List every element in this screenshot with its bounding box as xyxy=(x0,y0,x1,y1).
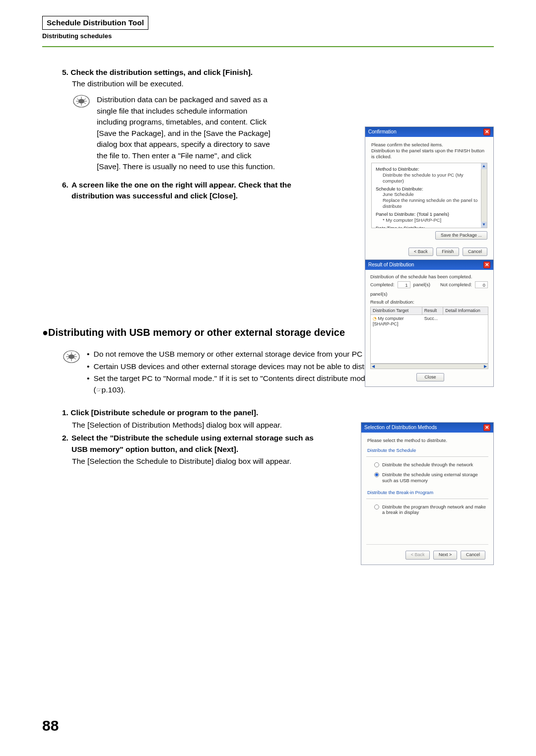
th-detail: Detail Information xyxy=(443,307,488,315)
panels-label: panel(s) xyxy=(413,282,430,288)
panel-key: Panel to Distribute: (Total 1 panels) xyxy=(376,211,449,217)
method-val: Distribute the schedule to your PC (My c… xyxy=(376,172,483,184)
dialog-title: Selection of Distribution Methods xyxy=(364,425,437,431)
close-icon[interactable]: ✕ xyxy=(483,261,490,268)
scrollbar[interactable] xyxy=(481,163,487,228)
sched-val1: June Schedule xyxy=(376,191,483,197)
header-subtitle: Distributing schedules xyxy=(42,32,494,41)
page-content: 5. Check the distribution settings, and … xyxy=(42,67,494,467)
step-title: Select the "Distribute the schedule usin… xyxy=(71,433,320,455)
back-button: < Back xyxy=(405,551,430,559)
save-package-button[interactable]: Save the Package ... xyxy=(435,231,487,240)
confirm-line2: Distribution to the panel starts upon th… xyxy=(371,148,487,160)
bullet-icon: ● xyxy=(42,327,48,338)
tips-icon xyxy=(72,94,91,108)
completed-label: Completed: xyxy=(370,282,395,288)
row-result: Succ... xyxy=(422,315,443,328)
back-button[interactable]: < Back xyxy=(408,248,433,256)
panels-label: panel(s) xyxy=(370,291,387,297)
date-key: Date Time to Distribute: xyxy=(376,225,425,228)
result-table: Distribution Target Result Detail Inform… xyxy=(370,307,488,364)
horizontal-scrollbar[interactable]: ◀▶ xyxy=(370,364,488,369)
option-usb[interactable]: Distribute the schedule using external s… xyxy=(367,470,487,486)
step-title: A screen like the one on the right will … xyxy=(71,180,320,202)
step-number: 6. xyxy=(62,180,68,202)
dialog-title: Confirmation xyxy=(368,129,397,135)
option-breakin[interactable]: Distribute the program through network a… xyxy=(367,502,487,518)
scroll-left-icon[interactable]: ◀ xyxy=(371,364,376,369)
option-label: Distribute the schedule through the netw… xyxy=(382,462,473,468)
close-button[interactable]: Close xyxy=(416,373,444,381)
usb-steps: 1. Click [Distribute schedule or program… xyxy=(42,407,494,467)
dialog-titlebar: Result of Distribution ✕ xyxy=(365,260,493,270)
notcompleted-label: Not completed: xyxy=(440,282,472,288)
table-row: ◔ My computer [SHARP-PC] Succ... xyxy=(371,315,488,328)
step-number: 1. xyxy=(62,408,68,417)
step-body: The distribution will be executed. xyxy=(62,78,494,89)
row-detail xyxy=(443,315,488,328)
confirmation-dialog: Confirmation ✕ Please confirm the select… xyxy=(365,126,494,261)
distribute-schedule-label: Distribute the Schedule xyxy=(367,447,487,453)
close-icon[interactable]: ✕ xyxy=(483,424,490,431)
select-prompt: Please select the method to distribute. xyxy=(367,438,487,443)
th-target: Distribution Target xyxy=(371,307,422,315)
clock-icon: ◔ xyxy=(373,316,377,321)
pageref-icon: ☞ xyxy=(96,386,102,393)
option-label: Distribute the program through network a… xyxy=(382,504,487,516)
dialog-title: Result of Distribution xyxy=(368,262,414,268)
next-button[interactable]: Next > xyxy=(433,551,457,559)
usb-step-2: 2. Select the "Distribute the schedule u… xyxy=(62,433,320,467)
bullet-icon: • xyxy=(87,373,89,395)
sched-val2: Replace the running schedule on the pane… xyxy=(376,197,483,209)
result-line1: Distribution of the schedule has been co… xyxy=(370,274,488,280)
th-result: Result xyxy=(422,307,443,315)
method-key: Method to Distribute: xyxy=(376,166,419,172)
scroll-up-icon[interactable]: ▲ xyxy=(481,163,487,169)
selection-methods-dialog: Selection of Distribution Methods ✕ Plea… xyxy=(361,422,494,565)
bullet-icon: • xyxy=(87,349,89,360)
completed-value: 1 xyxy=(398,281,410,288)
scroll-right-icon[interactable]: ▶ xyxy=(483,364,488,369)
confirm-line1: Please confirm the selected items. xyxy=(371,142,487,148)
result-subhead: Result of distribution: xyxy=(370,299,488,305)
step-number: 5. xyxy=(62,68,68,76)
radio-icon[interactable] xyxy=(374,462,379,467)
close-icon[interactable]: ✕ xyxy=(483,128,490,135)
radio-icon[interactable] xyxy=(374,472,379,477)
dialog-titlebar: Selection of Distribution Methods ✕ xyxy=(361,423,493,433)
radio-icon[interactable] xyxy=(374,504,379,509)
svg-point-1 xyxy=(78,99,84,104)
tips-text: Distribution data can be packaged and sa… xyxy=(97,94,275,172)
result-dialog: Result of Distribution ✕ Distribution of… xyxy=(365,259,494,387)
step-title: Click [Distribute schedule or program to… xyxy=(70,408,258,417)
confirm-scrollbox: Method to Distribute:Distribute the sche… xyxy=(371,163,487,228)
bullet-icon: • xyxy=(87,361,89,372)
dialog-titlebar: Confirmation ✕ xyxy=(365,127,493,137)
page-number: 88 xyxy=(42,715,59,737)
notcompleted-value: 0 xyxy=(475,281,488,288)
cancel-button[interactable]: Cancel xyxy=(463,248,487,256)
scroll-down-icon[interactable]: ▼ xyxy=(481,222,487,228)
step-number: 2. xyxy=(62,433,68,455)
finish-button[interactable]: Finish xyxy=(436,248,459,256)
step-title: Check the distribution settings, and cli… xyxy=(70,68,253,76)
header-title-box: Schedule Distribution Tool xyxy=(42,16,148,30)
sched-key: Schedule to Distribute: xyxy=(376,186,423,191)
panel-val: * My computer [SHARP-PC] xyxy=(376,217,483,223)
distribute-breakin-label: Distribute the Break-in Program xyxy=(367,490,487,496)
cancel-button[interactable]: Cancel xyxy=(461,551,485,559)
step-body: The [Selection the Schedule to Distribut… xyxy=(62,456,300,467)
option-label: Distribute the schedule using external s… xyxy=(382,472,487,484)
tips-icon xyxy=(62,350,81,364)
svg-point-3 xyxy=(68,355,74,359)
row-target: My computer [SHARP-PC] xyxy=(373,316,404,326)
header-divider xyxy=(42,46,494,47)
option-network[interactable]: Distribute the schedule through the netw… xyxy=(367,460,487,470)
